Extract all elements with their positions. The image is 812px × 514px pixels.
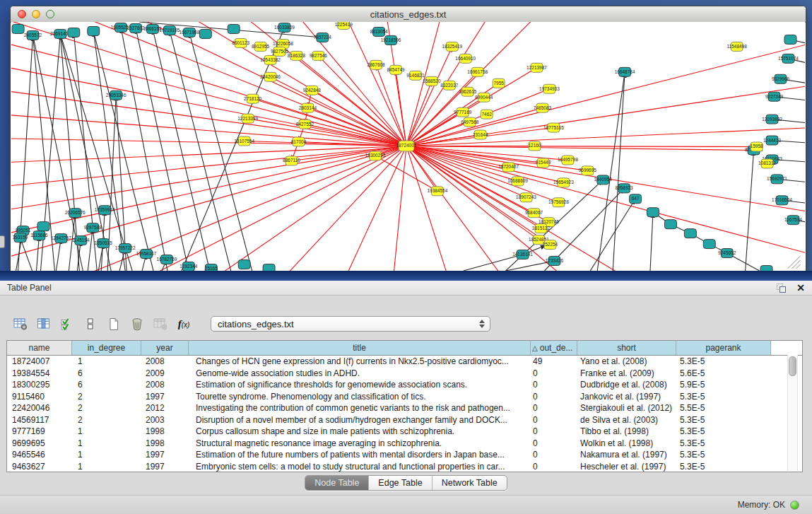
network-node[interactable]: 8958923 — [616, 184, 634, 193]
table-cell[interactable]: 9465546 — [7, 450, 72, 460]
table-cell[interactable]: Nakamura et al. (1997) — [577, 450, 676, 460]
table-cell[interactable]: 2009 — [141, 368, 189, 378]
table-cell[interactable]: Disruption of a novel member of a sodium… — [189, 415, 531, 425]
network-node[interactable]: 16033809 — [274, 23, 295, 32]
network-node[interactable]: 19756928 — [548, 198, 569, 207]
table-cell[interactable]: 1 — [72, 462, 141, 472]
network-node[interactable]: 1145194 — [72, 236, 90, 245]
table-cell[interactable]: 5.5E-5 — [676, 403, 771, 413]
network-node[interactable]: 16961758 — [467, 67, 488, 76]
network-node[interactable] — [263, 264, 275, 271]
network-node[interactable]: 20206576 — [65, 209, 86, 218]
network-node[interactable] — [664, 220, 676, 229]
table-cell[interactable]: 0 — [531, 438, 577, 448]
network-node[interactable]: 2867608 — [367, 60, 386, 69]
table-selector-dropdown[interactable]: citations_edges.txt — [211, 316, 490, 332]
table-cell[interactable]: 1997 — [141, 450, 189, 460]
table-cell[interactable]: 1998 — [141, 438, 189, 448]
network-node[interactable]: 252254 — [543, 240, 558, 250]
network-node[interactable]: 915449 — [536, 158, 551, 168]
select-all-icon[interactable] — [59, 316, 75, 332]
network-node[interactable]: 7955 — [493, 78, 505, 88]
network-node[interactable] — [88, 26, 100, 35]
table-row[interactable]: 1872400712008Changes of HCN gene express… — [7, 356, 802, 368]
table-cell[interactable]: 1 — [72, 450, 141, 460]
network-node[interactable]: 16648784 — [615, 67, 635, 76]
network-node[interactable]: 15751074 — [778, 54, 799, 63]
network-node[interactable]: 8813054 — [370, 27, 389, 36]
network-node[interactable] — [37, 222, 49, 231]
network-node[interactable]: 1362615 — [459, 87, 477, 96]
table-cell[interactable]: 22420046 — [7, 403, 72, 413]
network-node[interactable] — [784, 35, 796, 44]
table-cell[interactable]: Changes of HCN gene expression and I(f) … — [189, 356, 531, 366]
table-cell[interactable]: 1 — [72, 426, 141, 436]
table-cell[interactable]: 5.3E-5 — [676, 438, 771, 448]
network-node[interactable]: 18107554 — [234, 136, 254, 146]
network-node[interactable]: 12213987 — [526, 63, 547, 72]
column-header-out_de[interactable]: △out_de... — [531, 341, 577, 355]
network-node[interactable]: 17957222 — [115, 244, 136, 253]
table-cell[interactable]: 2 — [72, 415, 141, 425]
network-node[interactable]: 1350515 — [95, 239, 113, 248]
resize-grip-icon[interactable] — [787, 256, 800, 269]
table-cell[interactable]: 6 — [72, 380, 141, 390]
column-header-pagerank[interactable]: pagerank — [676, 341, 771, 355]
table-cell[interactable]: Estimation of the future numbers of pati… — [189, 450, 531, 460]
table-cell[interactable]: Tibbo et al. (1998) — [577, 426, 676, 436]
table-cell[interactable]: Franke et al. (2009) — [577, 368, 676, 378]
network-node[interactable]: 9699695 — [579, 166, 597, 175]
network-node[interactable]: 8601123 — [232, 38, 249, 47]
network-node[interactable]: 16640910 — [455, 54, 476, 63]
network-node[interactable]: 8867110 — [283, 156, 300, 165]
table-cell[interactable]: 5.9E-5 — [676, 380, 771, 390]
table-cell[interactable]: Embryonic stem cells: a model to study s… — [189, 462, 531, 472]
network-node[interactable]: 12942757 — [51, 234, 71, 243]
network-node[interactable]: 7462 — [481, 110, 493, 119]
network-node[interactable]: 16782759 — [157, 255, 177, 264]
table-cell[interactable]: 5.3E-5 — [676, 392, 771, 402]
network-node[interactable]: 1167534 — [784, 216, 802, 225]
table-cell[interactable]: 2 — [72, 392, 141, 402]
network-node[interactable]: 22420046 — [260, 72, 281, 81]
column-header-in_degree[interactable]: in_degree — [72, 341, 141, 355]
table-row[interactable]: 1830029562008Estimation of significance … — [7, 379, 802, 391]
table-cell[interactable]: 0 — [531, 368, 577, 378]
network-node[interactable] — [238, 260, 250, 269]
window-titlebar[interactable]: citations_edges.txt — [11, 6, 806, 23]
network-node[interactable]: 15958 — [751, 142, 763, 151]
network-node[interactable]: 8912955 — [252, 42, 270, 51]
network-node[interactable]: 18720407 — [498, 163, 519, 172]
column-header-year[interactable]: year — [141, 341, 189, 355]
table-cell[interactable]: Corpus callosum shape and size in male p… — [189, 426, 531, 436]
table-cell[interactable]: 5.3E-5 — [676, 450, 771, 460]
table-cell[interactable]: 2012 — [141, 403, 189, 413]
table-cell[interactable]: 2008 — [141, 380, 189, 390]
table-row[interactable]: 946554611997Estimation of the future num… — [7, 449, 802, 461]
table-cell[interactable]: 0 — [531, 415, 577, 425]
select-columns-icon[interactable] — [36, 316, 52, 332]
table-cell[interactable]: Stergiakouli et al. (2012) — [577, 403, 676, 413]
network-node[interactable]: 12213399 — [237, 114, 258, 123]
delete-column-icon[interactable] — [129, 316, 145, 332]
table-cell[interactable]: 9777169 — [7, 426, 72, 436]
network-node[interactable]: 1081312 — [758, 159, 777, 168]
table-cell[interactable]: 2008 — [141, 356, 189, 366]
network-node[interactable]: 1527602 — [127, 23, 146, 33]
table-cell[interactable]: 0 — [531, 450, 577, 460]
table-cell[interactable]: Hescheler et al. (1997) — [577, 462, 676, 472]
network-node[interactable]: 2803144 — [299, 103, 317, 112]
network-node[interactable]: 9227349 — [765, 92, 784, 101]
new-column-icon[interactable] — [106, 316, 122, 332]
table-row[interactable]: 1456911722003Disruption of a novel membe… — [7, 414, 802, 426]
table-cell[interactable]: 0 — [531, 462, 577, 472]
network-node[interactable]: 1588520 — [423, 76, 441, 86]
network-node[interactable]: 9297588 — [84, 223, 102, 233]
row-height-icon[interactable] — [83, 316, 98, 332]
table-cell[interactable]: Investigating the contribution of common… — [189, 403, 531, 413]
table-cell[interactable]: 2003 — [141, 415, 189, 425]
network-node[interactable]: 9777169 — [454, 107, 472, 117]
network-node[interactable]: 7857224 — [314, 33, 332, 42]
network-node[interactable]: 25165 — [205, 264, 218, 271]
table-row[interactable]: 1938455462009Genome-wide association stu… — [7, 368, 802, 380]
